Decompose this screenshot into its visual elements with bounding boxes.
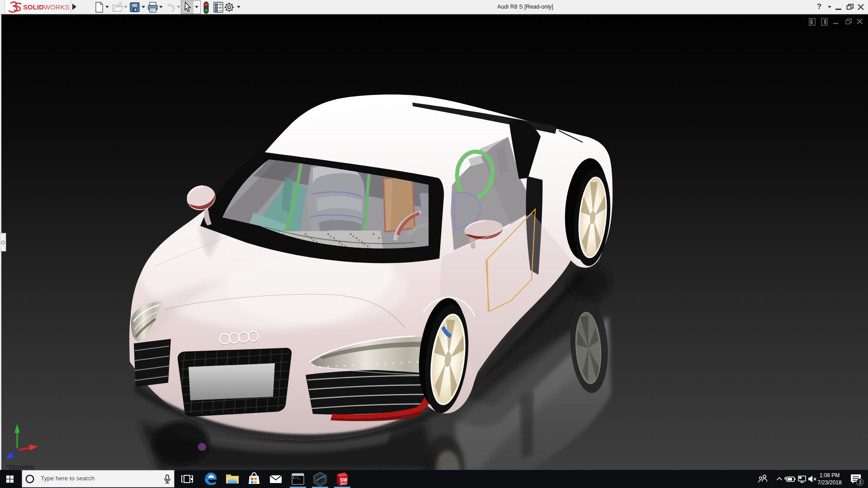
svg-text:C:\_: C:\_ — [293, 476, 301, 480]
svg-text:3: 3 — [859, 480, 862, 485]
svg-text:2017: 2017 — [340, 482, 347, 485]
